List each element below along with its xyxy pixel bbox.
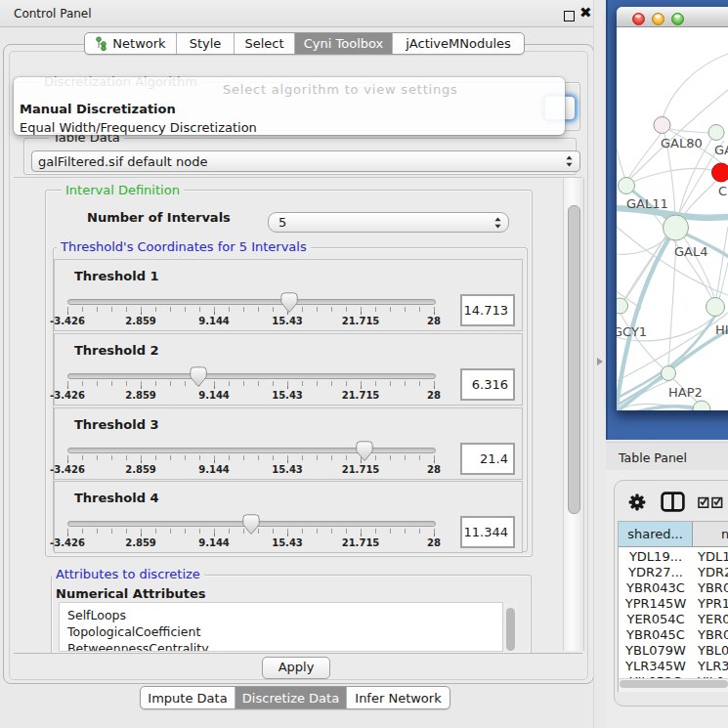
edge[interactable] [670, 129, 708, 133]
node[interactable] [617, 298, 628, 314]
tab-impute-data[interactable]: Impute Data [141, 687, 236, 708]
dropdown-item-manual-discretization[interactable]: Manual Discretization [20, 102, 176, 116]
attributes-scrollbar-thumb[interactable] [506, 608, 515, 651]
attributes-group-title: Attributes to discretize [52, 568, 204, 580]
network-canvas[interactable]: GAL80 GA C GAL11 GAL4 GCY1 HI HAP2 [617, 27, 728, 410]
tab-discretize-data[interactable]: Discretize Data [236, 687, 347, 708]
table-row[interactable]: YBL079WYBL0 [619, 643, 728, 659]
edge[interactable] [617, 149, 625, 179]
threshold-3-label: Threshold 3 [74, 417, 159, 432]
cell-shared-name: YBL079W [619, 643, 693, 659]
control-panel-titlebar: Control Panel ✖ [0, 0, 606, 27]
cell-name: YER0 [698, 612, 728, 627]
cell-shared-name: YPR145W [619, 596, 693, 612]
checkbox-icon[interactable] [698, 496, 709, 508]
tab-network[interactable]: Network [85, 33, 177, 54]
tab-select[interactable]: Select [235, 33, 295, 54]
threshold-3-slider-thumb[interactable] [356, 441, 373, 461]
node-label: HI [715, 322, 728, 337]
column-header-name[interactable]: na [693, 522, 728, 547]
column-header-shared-name[interactable]: shared... [619, 522, 693, 547]
table-row[interactable]: YBR045CYBR0 [619, 627, 728, 643]
tab-label: jActiveMNodules [406, 36, 511, 51]
tab-style[interactable]: Style [177, 33, 235, 54]
minimize-traffic-light[interactable] [652, 13, 664, 25]
desktop-edge-shadow [606, 0, 608, 440]
control-panel-title: Control Panel [14, 7, 92, 21]
node[interactable] [693, 401, 710, 410]
network-icon [95, 36, 107, 51]
node-pink[interactable] [654, 117, 670, 134]
threshold-2-value[interactable]: 6.316 [460, 368, 515, 401]
close-traffic-light[interactable] [632, 13, 645, 25]
edge-thick[interactable] [617, 407, 701, 410]
threshold-2-slider-thumb[interactable] [190, 366, 207, 387]
dropdown-item-equal-width-frequency[interactable]: Equal Width/Frequency Discretization [20, 120, 257, 135]
edge[interactable] [668, 240, 676, 366]
tab-cyni-toolbox[interactable]: Cyni Toolbox [295, 33, 393, 54]
node-gal4[interactable] [664, 215, 689, 240]
number-of-intervals-value: 5 [278, 215, 286, 230]
network-window-titlebar[interactable] [617, 7, 728, 27]
threshold-1-slider-track[interactable] [67, 299, 436, 305]
checkbox-icon[interactable] [711, 496, 723, 508]
cell-shared-name: YBR043C [619, 580, 693, 596]
table-row[interactable]: YDR27...YDR2 [619, 565, 728, 580]
splitter-collapse-icon[interactable] [597, 358, 603, 365]
cell-name: YDR2 [698, 565, 728, 580]
threshold-3-slider-track[interactable] [67, 448, 436, 453]
node-red[interactable] [712, 163, 728, 182]
split-view-icon[interactable] [661, 492, 685, 512]
node[interactable] [708, 125, 724, 141]
tab-label: Style [190, 36, 222, 51]
app-window: Control Panel ✖ Network Style Select Cyn… [0, 0, 728, 728]
threshold-4-panel: Threshold 4 -3.426 2.859 9.144 15.43 21.… [54, 481, 523, 553]
number-of-intervals-select[interactable]: 5 [268, 212, 509, 233]
edge[interactable] [628, 133, 662, 179]
threshold-2-slider-track[interactable] [67, 373, 436, 379]
list-item[interactable]: BetweennessCentrality [60, 640, 502, 652]
table-row[interactable]: YDL19...YDL1 [619, 549, 728, 565]
tab-jactivemnodules[interactable]: jActiveMNodules [393, 33, 524, 54]
table-row[interactable]: YER054CYER0 [619, 612, 728, 627]
tab-label: Infer Network [355, 691, 441, 706]
threshold-coordinates-group-title: Threshold's Coordinates for 5 Intervals [57, 240, 311, 253]
edge[interactable] [718, 262, 728, 303]
threshold-4-slider-thumb[interactable] [242, 514, 260, 535]
threshold-4-value[interactable]: 11.344 [460, 516, 515, 548]
table-data-select[interactable]: galFiltered.sif default node [31, 150, 580, 172]
table-row[interactable]: YLR345WYLR3 [619, 659, 728, 674]
list-item[interactable]: SelfLoops [60, 607, 502, 623]
list-item[interactable]: TopologicalCoefficient [60, 623, 502, 640]
table-hscrollbar-thumb[interactable] [620, 680, 728, 688]
tab-infer-network[interactable]: Infer Network [347, 687, 450, 708]
node-label: HAP2 [668, 385, 703, 400]
cell-shared-name: YBR045C [619, 627, 693, 643]
threshold-3-value[interactable]: 21.4 [460, 443, 515, 475]
apply-button[interactable]: Apply [262, 657, 330, 679]
threshold-1-value[interactable]: 14.713 [460, 294, 515, 326]
bottom-tabs: Impute Data Discretize Data Infer Networ… [140, 686, 450, 709]
edge[interactable] [663, 54, 728, 118]
zoom-traffic-light[interactable] [671, 13, 684, 25]
table-row[interactable]: YBR043CYBR0 [619, 580, 728, 596]
node[interactable] [662, 366, 676, 381]
tab-label: Impute Data [148, 691, 227, 706]
gear-icon[interactable] [628, 493, 646, 511]
threshold-1-slider-thumb[interactable] [280, 292, 298, 313]
edge-thick[interactable] [617, 377, 664, 407]
settings-scrollbar-thumb[interactable] [568, 205, 580, 514]
interval-definition-group-title: Interval Definition [62, 184, 184, 196]
network-view-window: GAL80 GA C GAL11 GAL4 GCY1 HI HAP2 [617, 7, 728, 410]
float-window-icon[interactable] [564, 11, 575, 21]
node[interactable] [707, 298, 725, 317]
combo-updown-icon [493, 216, 502, 229]
close-icon[interactable]: ✖ [579, 4, 592, 21]
slider-minor-ticks [67, 307, 435, 312]
dropdown-item-placeholder[interactable]: Select algorithm to view settings [223, 82, 458, 97]
cell-shared-name: YLR345W [619, 659, 693, 674]
table-panel-titlebar: Table Panel [606, 442, 728, 472]
node[interactable] [619, 178, 635, 194]
table-panel-title: Table Panel [619, 450, 687, 465]
table-row[interactable]: YPR145WYPR1 [619, 596, 728, 612]
